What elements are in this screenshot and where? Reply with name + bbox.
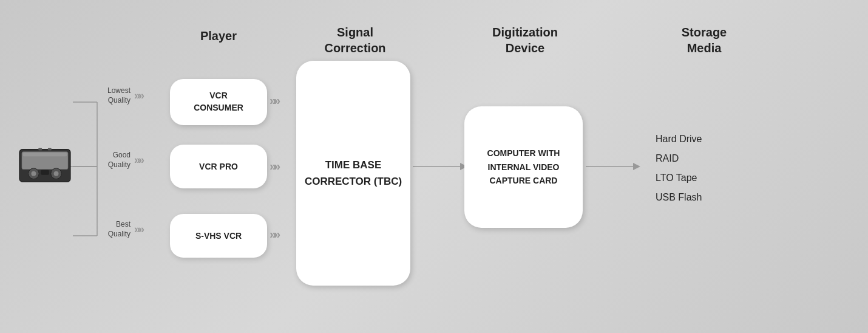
quality-label-3: BestQuality bbox=[97, 220, 131, 239]
connectors-svg bbox=[18, 12, 850, 321]
arrow-player-tbc-1: »» bbox=[270, 94, 278, 108]
diagram-container: Lowest Quality »» GoodQuality »» BestQua… bbox=[0, 0, 868, 333]
cassette-icon bbox=[18, 146, 72, 185]
svg-marker-8 bbox=[633, 163, 640, 170]
storage-items-list: Hard Drive RAID LTO Tape USB Flash bbox=[656, 134, 702, 203]
vcr-pro-box: VCR PRO bbox=[170, 145, 267, 188]
vcr-consumer-box: VCRCONSUMER bbox=[170, 79, 267, 125]
storage-item-usb-flash: USB Flash bbox=[656, 192, 702, 203]
quality-row-3: BestQuality »» bbox=[97, 220, 143, 239]
tbc-box: TIME BASECORRECTOR (TBC) bbox=[296, 61, 410, 286]
storage-media-title: StorageMedia bbox=[643, 24, 765, 56]
svg-rect-17 bbox=[48, 148, 52, 151]
arrow-2: »» bbox=[134, 154, 143, 166]
storage-item-raid: RAID bbox=[656, 153, 702, 164]
svg-point-14 bbox=[54, 171, 59, 176]
svg-rect-16 bbox=[38, 148, 42, 151]
arrow-1: »» bbox=[134, 89, 143, 102]
full-layout: Lowest Quality »» GoodQuality »» BestQua… bbox=[18, 12, 850, 321]
digitization-title: DigitizationDevice bbox=[461, 24, 589, 56]
signal-correction-title: SignalCorrection bbox=[297, 24, 413, 56]
cassette bbox=[18, 146, 72, 187]
quality-label-1: Lowest Quality bbox=[97, 86, 131, 105]
player-title: Player bbox=[170, 29, 267, 43]
storage-item-hard-drive: Hard Drive bbox=[656, 134, 702, 145]
svg-rect-15 bbox=[41, 170, 49, 175]
quality-row-1: Lowest Quality »» bbox=[97, 86, 143, 105]
arrow-player-tbc-2: »» bbox=[270, 159, 278, 173]
arrow-player-tbc-3: »» bbox=[270, 227, 278, 241]
storage-item-lto-tape: LTO Tape bbox=[656, 173, 702, 184]
quality-row-2: GoodQuality »» bbox=[97, 151, 143, 170]
arrow-3: »» bbox=[134, 223, 143, 236]
svg-rect-18 bbox=[23, 153, 67, 156]
computer-capture-box: COMPUTER WITHINTERNAL VIDEOCAPTURE CARD bbox=[464, 106, 583, 228]
svhs-vcr-box: S-VHS VCR bbox=[170, 214, 267, 258]
svg-point-12 bbox=[32, 171, 36, 176]
quality-label-2: GoodQuality bbox=[97, 151, 131, 170]
